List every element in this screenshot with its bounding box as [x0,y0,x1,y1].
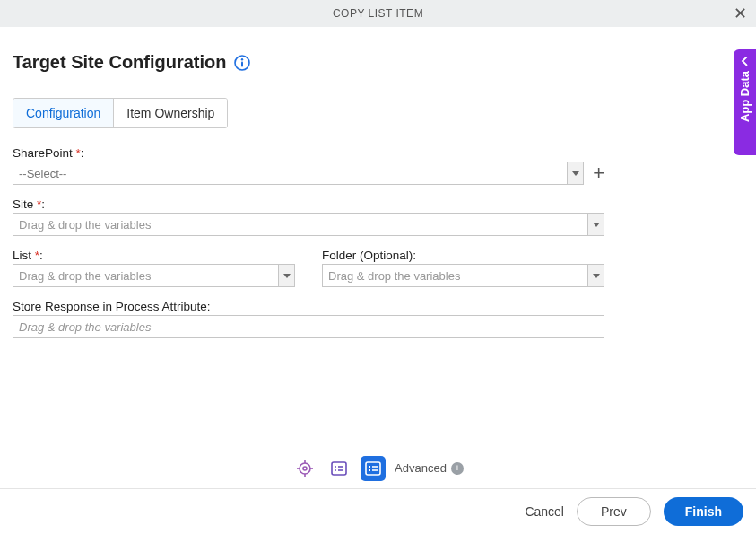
list-input[interactable]: Drag & drop the variables [13,264,295,287]
site-label: Site *: [13,197,604,211]
folder-input[interactable]: Drag & drop the variables [322,264,604,287]
info-icon[interactable] [234,55,250,71]
finish-button[interactable]: Finish [664,497,743,526]
svg-point-4 [303,467,307,470]
folder-label: Folder (Optional): [322,249,604,262]
close-icon[interactable]: ✕ [734,4,747,23]
app-data-label: App Data [738,71,752,122]
site-input[interactable]: Drag & drop the variables [13,213,604,236]
app-data-tab[interactable]: App Data [734,49,756,155]
svg-rect-2 [241,61,243,66]
chevron-down-icon[interactable] [567,162,583,184]
store-placeholder: Drag & drop the variables [19,320,151,334]
add-sharepoint-button[interactable]: + [593,163,604,183]
folder-placeholder: Drag & drop the variables [323,269,587,283]
cancel-button[interactable]: Cancel [525,504,564,519]
tab-configuration[interactable]: Configuration [13,99,113,127]
sharepoint-label: SharePoint *: [13,146,604,160]
svg-rect-9 [332,462,346,475]
svg-point-12 [335,469,336,471]
dialog-header: COPY LIST ITEM ✕ [0,0,756,27]
tab-item-ownership[interactable]: Item Ownership [113,99,227,127]
advanced-label: Advanced [395,461,447,475]
main-content: Target Site Configuration Configuration … [0,27,756,338]
form-view-icon[interactable] [326,456,352,481]
advanced-button[interactable]: Advanced + [395,461,464,475]
bottom-toolbar: Advanced + [0,453,756,489]
svg-point-1 [240,58,242,60]
svg-rect-17 [369,469,370,471]
store-input[interactable]: Drag & drop the variables [13,315,604,338]
chevron-left-icon [741,57,750,66]
gear-icon[interactable] [292,456,317,481]
list-placeholder: Drag & drop the variables [13,269,278,283]
list-view-icon[interactable] [361,456,386,481]
plus-circle-icon: + [451,462,464,475]
chevron-down-icon[interactable] [278,265,294,286]
dialog-footer: Cancel Prev Finish [0,489,756,534]
tab-bar: Configuration Item Ownership [13,98,228,128]
sharepoint-select[interactable]: --Select-- [13,162,584,185]
page-title: Target Site Configuration [13,52,227,73]
chevron-down-icon[interactable] [587,214,604,235]
sharepoint-value: --Select-- [13,167,567,180]
dialog-title: COPY LIST ITEM [333,7,423,20]
store-label: Store Response in Process Attribute: [13,300,604,313]
prev-button[interactable]: Prev [577,497,651,526]
site-placeholder: Drag & drop the variables [13,218,587,232]
svg-rect-14 [366,462,380,475]
chevron-down-icon[interactable] [587,265,604,286]
svg-point-3 [300,463,310,474]
list-label: List *: [13,249,295,262]
svg-point-10 [335,466,336,468]
svg-rect-15 [369,466,370,468]
